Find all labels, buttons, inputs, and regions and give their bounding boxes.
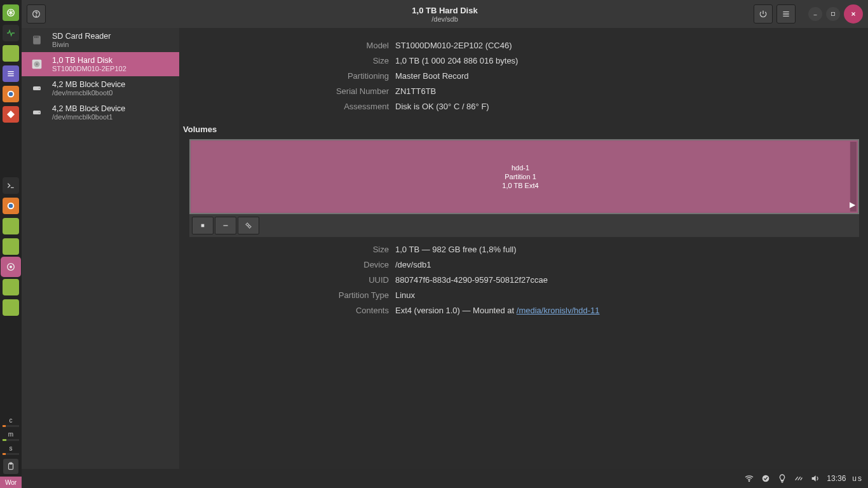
dock-disks-icon[interactable] <box>3 259 19 275</box>
svg-rect-17 <box>36 36 37 38</box>
svg-rect-3 <box>8 76 13 76</box>
dock-app-red-icon[interactable] <box>3 106 19 123</box>
sidebar-item-label: 1,0 TB Hard Disk <box>52 56 126 65</box>
keyboard-layout[interactable]: us <box>852 474 863 483</box>
dock-firefox-icon[interactable] <box>3 86 19 102</box>
part-size-label: Size <box>179 243 395 256</box>
sidebar-item-label: 4,2 MB Block Device <box>52 80 125 89</box>
dock-app-orange-2-icon[interactable] <box>3 198 19 214</box>
power-button[interactable] <box>754 4 773 24</box>
dock-cpu-label: c <box>10 417 13 424</box>
dock-menu-icon[interactable] <box>3 4 19 21</box>
svg-point-5 <box>9 92 13 97</box>
dock-terminal-icon[interactable] <box>3 177 19 194</box>
serial-label: Serial Number <box>179 85 395 98</box>
taskbar: 13:36 us <box>22 469 868 488</box>
maximize-button[interactable] <box>826 7 840 21</box>
svg-point-27 <box>247 224 249 226</box>
volume-line1: hdd-1 <box>512 163 529 172</box>
assessment-value: Disk is OK (30° C / 86° F) <box>395 100 489 113</box>
dock-workspace[interactable]: Wor <box>0 477 22 488</box>
svg-point-23 <box>39 88 40 89</box>
dock-cpu-bar <box>3 425 19 427</box>
svg-point-25 <box>39 112 40 113</box>
sidebar-item-hdd[interactable]: 1,0 TB Hard Disk ST1000DM010-2EP102 <box>22 52 179 76</box>
hdd-icon <box>28 57 46 72</box>
volume-partition[interactable]: hdd-1 Partition 1 1,0 TB Ext4 <box>192 142 849 212</box>
dock-folder-5-icon[interactable] <box>3 299 19 316</box>
dock-system-monitor-icon[interactable] <box>3 25 19 41</box>
window-subtitle: /dev/sdb <box>22 15 868 23</box>
wifi-icon[interactable] <box>744 473 754 484</box>
svg-rect-2 <box>8 73 13 74</box>
titlebar: 1,0 TB Hard Disk /dev/sdb <box>22 0 868 28</box>
disk-size-value: 1,0 TB (1 000 204 886 016 bytes) <box>395 55 518 67</box>
svg-point-21 <box>36 64 38 65</box>
detail-panel: ModelST1000DM010-2EP102 (CC46) Size1,0 T… <box>179 28 868 469</box>
svg-rect-18 <box>37 36 39 38</box>
serial-value: ZN1TT6TB <box>395 85 436 98</box>
close-button[interactable] <box>844 4 863 24</box>
volume-icon[interactable] <box>810 473 820 484</box>
mount-link[interactable]: /media/kronislv/hdd-11 <box>517 306 600 315</box>
assessment-label: Assessment <box>179 100 395 113</box>
model-label: Model <box>179 39 395 52</box>
bulb-icon[interactable] <box>777 473 787 484</box>
svg-rect-16 <box>34 36 36 38</box>
part-device-value: /dev/sdb1 <box>395 259 431 271</box>
sdcard-icon <box>28 32 46 48</box>
sidebar-item-sdcard[interactable]: SD Card Reader Biwin <box>22 28 179 52</box>
check-icon[interactable] <box>761 473 771 484</box>
svg-point-9 <box>10 266 12 268</box>
volumes-heading: Volumes <box>183 125 859 134</box>
dock-folder-2-icon[interactable] <box>3 218 19 234</box>
device-sidebar: SD Card Reader Biwin 1,0 TB Hard Disk ST… <box>22 28 179 469</box>
volume-line3: 1,0 TB Ext4 <box>502 181 538 190</box>
dock-folder-3-icon[interactable] <box>3 238 19 255</box>
dock-folder-4-icon[interactable] <box>3 279 19 295</box>
svg-point-13 <box>36 16 36 17</box>
network-icon[interactable] <box>794 473 804 484</box>
svg-point-29 <box>749 480 750 481</box>
sidebar-item-label: SD Card Reader <box>52 32 111 41</box>
part-device-label: Device <box>179 259 395 271</box>
part-type-label: Partition Type <box>179 289 395 302</box>
dock-folder-1-icon[interactable] <box>3 45 19 62</box>
svg-rect-26 <box>201 224 205 227</box>
dock-mem-bar <box>3 439 19 441</box>
drive-icon <box>28 105 46 120</box>
sidebar-item-sub: /dev/mmcblk0boot0 <box>52 89 125 97</box>
svg-point-28 <box>248 226 251 228</box>
sidebar-item-block1[interactable]: 4,2 MB Block Device /dev/mmcblk0boot1 <box>22 100 179 125</box>
hamburger-menu-button[interactable] <box>776 4 796 24</box>
volume-line2: Partition 1 <box>505 172 536 181</box>
partition-options-button[interactable] <box>238 217 259 234</box>
play-icon[interactable]: ▶ <box>850 200 855 209</box>
svg-rect-1 <box>8 71 13 72</box>
dock: c m s Wor <box>0 0 22 488</box>
part-uuid-label: UUID <box>179 274 395 287</box>
delete-partition-button[interactable] <box>215 217 236 234</box>
disk-size-label: Size <box>179 55 395 67</box>
part-type-value: Linux <box>395 289 415 302</box>
dock-clipboard-icon[interactable] <box>3 459 18 474</box>
dock-swap-label: s <box>10 445 13 452</box>
taskbar-clock[interactable]: 13:36 <box>827 474 846 483</box>
help-button[interactable] <box>27 4 46 24</box>
dock-swap-bar <box>3 453 19 455</box>
dock-app-purple-icon[interactable] <box>3 65 19 82</box>
model-value: ST1000DM010-2EP102 (CC46) <box>395 39 512 52</box>
volume-bar[interactable]: hdd-1 Partition 1 1,0 TB Ext4 ▶ <box>189 139 859 214</box>
sidebar-item-sub: Biwin <box>52 41 111 48</box>
minimize-button[interactable] <box>808 7 822 21</box>
drive-icon <box>28 81 46 96</box>
svg-rect-14 <box>832 13 835 16</box>
partitioning-value: Master Boot Record <box>395 70 469 83</box>
svg-point-7 <box>9 204 13 208</box>
sidebar-item-sub: ST1000DM010-2EP102 <box>52 65 126 72</box>
sidebar-item-sub: /dev/mmcblk0boot1 <box>52 113 125 121</box>
sidebar-item-block0[interactable]: 4,2 MB Block Device /dev/mmcblk0boot0 <box>22 76 179 100</box>
partitioning-label: Partitioning <box>179 70 395 83</box>
unmount-button[interactable] <box>192 217 214 234</box>
part-uuid-value: 880747f6-883d-4290-9597-50812f27ccae <box>395 274 548 287</box>
